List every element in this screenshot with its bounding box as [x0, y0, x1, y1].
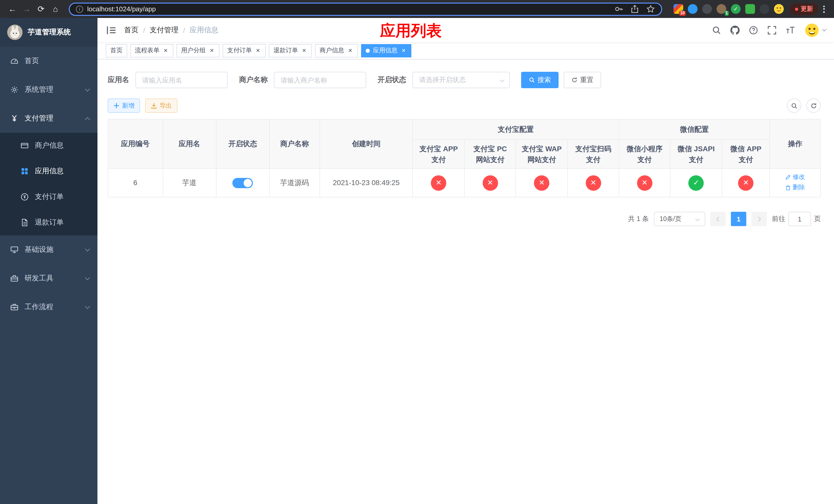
logo-avatar-image: [7, 25, 23, 40]
github-icon[interactable]: [730, 25, 740, 35]
extension-drop-icon[interactable]: [688, 4, 698, 14]
close-icon[interactable]: [162, 47, 169, 53]
sidebar-item-infrastructure[interactable]: 基础设施: [0, 235, 97, 264]
fullscreen-icon[interactable]: [767, 25, 776, 35]
tab-home[interactable]: 首页: [106, 44, 127, 57]
sidebar-collapse-icon[interactable]: [106, 24, 117, 36]
prev-page-button[interactable]: [710, 212, 726, 226]
add-button[interactable]: 新增: [108, 98, 140, 113]
menu-label: 支付管理: [25, 114, 53, 123]
reset-button-label: 重置: [580, 75, 593, 85]
browser-back-button[interactable]: ←: [6, 3, 19, 15]
goto-page-input[interactable]: [788, 212, 811, 226]
refresh-table-button[interactable]: [806, 98, 821, 113]
export-button-label: 导出: [159, 101, 172, 110]
sidebar-item-workflow[interactable]: 工作流程: [0, 293, 97, 321]
status-select[interactable]: 请选择开启状态: [412, 72, 510, 88]
navbar-actions: [712, 22, 826, 38]
sidebar-item-home[interactable]: 首页: [0, 47, 97, 75]
extension-green-square-icon[interactable]: [745, 4, 755, 14]
password-key-icon[interactable]: [614, 5, 623, 13]
extension-check-icon[interactable]: [731, 4, 741, 14]
extension-puzzle-icon[interactable]: [760, 4, 769, 14]
address-bar[interactable]: localhost:1024/pay/app: [69, 2, 662, 16]
close-icon[interactable]: [301, 47, 307, 53]
menu-label: 工作流程: [25, 302, 53, 312]
toggle-search-button[interactable]: [787, 98, 801, 113]
tab-app-info[interactable]: 应用信息: [361, 44, 411, 57]
tab-payment-orders[interactable]: 支付订单: [223, 44, 266, 57]
column-header-app-id: 应用编号: [108, 119, 162, 168]
tab-refund-orders[interactable]: 退款订单: [269, 44, 312, 57]
tab-process-form[interactable]: 流程表单: [130, 44, 173, 57]
menu-label: 商户信息: [35, 141, 64, 150]
breadcrumb-home[interactable]: 首页: [124, 25, 138, 35]
tab-label: 支付订单: [227, 46, 252, 55]
close-icon[interactable]: [401, 47, 407, 53]
address-url[interactable]: localhost:1024/pay/app: [87, 5, 610, 13]
export-button[interactable]: 导出: [145, 98, 177, 113]
close-icon[interactable]: [255, 47, 261, 53]
delete-link[interactable]: 删除: [785, 183, 805, 192]
browser-home-button[interactable]: ⌂: [49, 3, 62, 15]
sidebar-item-app-info[interactable]: 应用信息: [0, 158, 97, 184]
user-avatar-menu[interactable]: [804, 22, 826, 38]
column-header-status: 开启状态: [216, 119, 269, 168]
browser-reload-button[interactable]: ⟳: [35, 3, 47, 15]
reset-button[interactable]: 重置: [564, 72, 601, 88]
close-icon[interactable]: [347, 47, 353, 53]
extension-avatar-icon[interactable]: 1: [717, 4, 726, 14]
browser-update-button[interactable]: 更新: [790, 3, 818, 15]
breadcrumb-payment[interactable]: 支付管理: [150, 25, 178, 35]
help-icon[interactable]: [749, 25, 758, 35]
share-icon[interactable]: [630, 5, 639, 13]
search-icon[interactable]: [712, 25, 721, 35]
extension-dark-icon[interactable]: [702, 4, 712, 14]
trash-icon: [785, 185, 791, 190]
app-logo[interactable]: 芋道管理系统: [0, 18, 97, 47]
chevron-left-icon: [716, 216, 721, 222]
sidebar-item-payment[interactable]: 支付管理: [0, 104, 97, 133]
chevron-down-icon: [85, 246, 90, 251]
sidebar-item-refund-orders[interactable]: 退款订单: [0, 210, 97, 235]
column-header-alipay-qr: 支付宝扫码支付: [568, 140, 619, 168]
sidebar-menu: 首页 系统管理 支付管理: [0, 47, 97, 321]
breadcrumb: 首页 支付管理 应用信息: [124, 25, 219, 35]
sidebar-item-dev-tools[interactable]: 研发工具: [0, 264, 97, 293]
browser-menu-icon[interactable]: [820, 3, 828, 15]
alipay-app-status-icon: [431, 175, 446, 190]
status-label: 开启状态: [377, 75, 406, 85]
column-header-wx-app: 微信 APP 支付: [722, 140, 770, 168]
column-header-app-name: 应用名: [162, 119, 216, 168]
add-button-label: 新增: [122, 101, 134, 110]
font-size-icon[interactable]: [786, 25, 795, 35]
extension-colorful-icon[interactable]: 10: [674, 4, 683, 14]
bookmark-star-icon[interactable]: [646, 5, 655, 13]
app-name-input[interactable]: [135, 72, 228, 88]
page-size-select[interactable]: 10条/页: [654, 212, 705, 226]
edit-link[interactable]: 修改: [785, 173, 805, 182]
search-button[interactable]: 搜索: [521, 72, 558, 88]
page-number-button[interactable]: 1: [731, 212, 746, 226]
sidebar-item-payment-orders[interactable]: 支付订单: [0, 184, 97, 210]
cell-app-id: 6: [108, 168, 162, 197]
site-info-icon[interactable]: [76, 5, 83, 13]
chevron-down-icon: [85, 86, 90, 92]
browser-forward-button[interactable]: →: [21, 3, 33, 15]
tab-user-group[interactable]: 用户分组: [176, 44, 220, 57]
chevron-up-icon: [85, 117, 90, 122]
menu-label: 系统管理: [25, 85, 53, 94]
merchant-name-input[interactable]: [274, 72, 366, 88]
next-page-button[interactable]: [751, 212, 767, 226]
status-toggle[interactable]: [233, 178, 253, 188]
app-title: 芋道管理系统: [28, 28, 71, 37]
breadcrumb-current: 应用信息: [190, 25, 219, 35]
chevron-down-icon: [85, 304, 90, 309]
chevron-down-icon: [822, 27, 827, 31]
sidebar-item-merchant-info[interactable]: 商户信息: [0, 133, 97, 158]
tab-merchant-info[interactable]: 商户信息: [315, 44, 358, 57]
close-icon[interactable]: [209, 47, 215, 53]
cell-merchant: 芋道源码: [269, 168, 320, 197]
sidebar-item-system[interactable]: 系统管理: [0, 75, 97, 104]
extension-smiley-icon[interactable]: [774, 4, 784, 14]
